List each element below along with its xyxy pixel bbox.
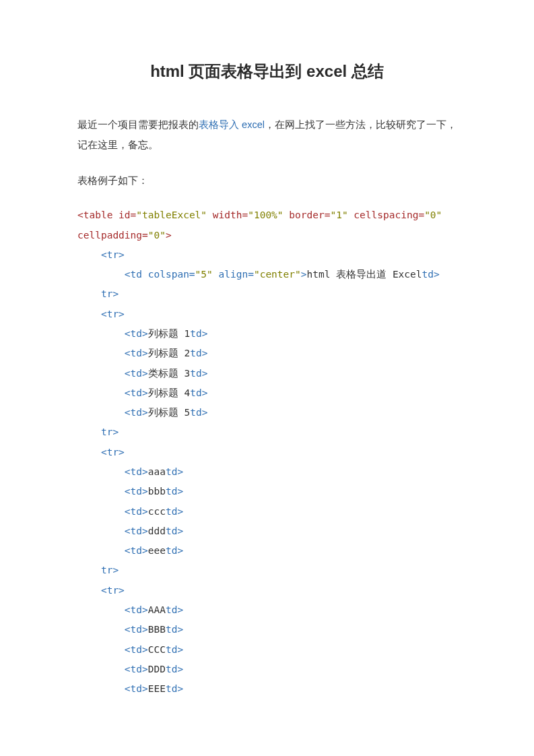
code-text: BBB <box>148 624 166 635</box>
code-td: <td> <box>125 545 148 556</box>
code-seg: cellspacing= <box>348 210 425 220</box>
code-td: <td> <box>125 387 148 398</box>
code-td-close: td> <box>166 506 183 517</box>
code-td-close: td> <box>166 526 183 536</box>
intro-text-prefix: 最近一个项目需要把报表的 <box>77 119 199 130</box>
code-seg: > <box>166 230 172 241</box>
code-seg: border= <box>283 210 331 220</box>
code-td-close: td> <box>166 545 183 556</box>
code-seg: cellpadding= <box>77 230 148 241</box>
code-text: eee <box>148 545 166 556</box>
code-text: 列标题 4 <box>148 387 190 398</box>
code-tr: <tr> <box>101 447 125 458</box>
code-table-open: <table id= <box>77 210 136 220</box>
code-td: <td> <box>125 624 148 635</box>
code-td-close: td> <box>166 664 183 674</box>
code-text: 列标题 2 <box>148 348 190 358</box>
code-td-close: td> <box>422 269 440 280</box>
code-attr: "tableExcel" <box>136 210 207 220</box>
code-td-close: td> <box>190 368 207 379</box>
code-text: 列标题 5 <box>148 407 190 418</box>
code-td: <td> <box>125 407 148 418</box>
code-text: ccc <box>148 506 166 517</box>
code-td: <td> <box>125 328 148 339</box>
code-td: <td> <box>125 506 148 517</box>
code-attr: "0" <box>424 210 442 220</box>
code-tr: <tr> <box>101 249 125 260</box>
example-label: 表格例子如下： <box>77 170 457 191</box>
code-tr-close: tr> <box>101 288 119 299</box>
code-td: <td> <box>125 486 148 497</box>
code-attr: "5" <box>195 269 213 280</box>
code-tr-close: tr> <box>101 427 119 437</box>
code-td-close: td> <box>190 407 207 418</box>
code-text: 列标题 1 <box>148 328 190 339</box>
code-td: <td> <box>125 466 148 477</box>
code-td: <td> <box>125 348 148 358</box>
code-td-close: td> <box>166 466 183 477</box>
code-td: <td> <box>125 644 148 655</box>
code-td: <td> <box>125 526 148 536</box>
code-td-close: td> <box>166 644 183 655</box>
intro-link[interactable]: 表格导入 excel <box>199 119 265 130</box>
code-td: > <box>301 269 307 280</box>
code-td-close: td> <box>166 604 183 615</box>
code-td-close: td> <box>190 387 207 398</box>
code-attr: "center" <box>254 269 301 280</box>
code-td: align= <box>213 269 254 280</box>
code-attr: "0" <box>148 230 166 241</box>
code-td-close: td> <box>190 328 207 339</box>
code-tr: <tr> <box>101 585 125 596</box>
code-text: EEE <box>148 683 166 694</box>
code-seg: width= <box>207 210 248 220</box>
code-tr-close: tr> <box>101 565 119 575</box>
code-tr: <tr> <box>101 309 125 319</box>
code-td-close: td> <box>166 624 183 635</box>
code-td: <td> <box>125 664 148 674</box>
intro-paragraph: 最近一个项目需要把报表的表格导入 excel，在网上找了一些方法，比较研究了一下… <box>77 115 457 156</box>
code-text: bbb <box>148 486 166 497</box>
code-block: <table id="tableExcel" width="100%" bord… <box>77 206 457 699</box>
code-text: html 表格导出道 Excel <box>307 269 422 280</box>
code-td: <td> <box>125 368 148 379</box>
code-td-close: td> <box>190 348 207 358</box>
code-text: 类标题 3 <box>148 368 190 379</box>
code-text: CCC <box>148 644 166 655</box>
code-td-close: td> <box>166 486 183 497</box>
code-text: aaa <box>148 466 166 477</box>
code-attr: "100%" <box>248 210 283 220</box>
code-td: <td colspan= <box>125 269 195 280</box>
code-text: AAA <box>148 604 166 615</box>
code-text: ddd <box>148 526 166 536</box>
page-title: html 页面表格导出到 excel 总结 <box>77 61 457 82</box>
code-text: DDD <box>148 664 166 674</box>
code-td: <td> <box>125 604 148 615</box>
code-td-close: td> <box>166 683 183 694</box>
code-attr: "1" <box>330 210 347 220</box>
code-td: <td> <box>125 683 148 694</box>
